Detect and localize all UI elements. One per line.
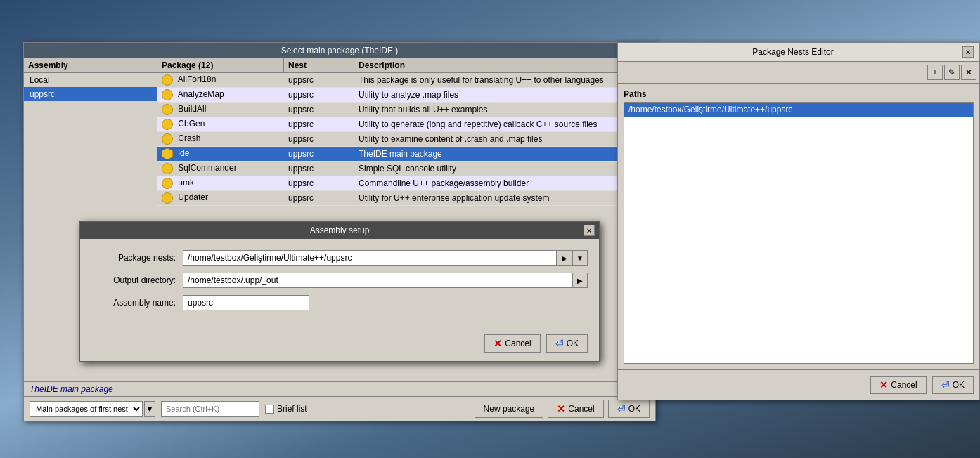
package-icon xyxy=(162,119,173,130)
assembly-dialog: Assembly setup ✕ Package nests: ▶ ▼ Outp… xyxy=(79,221,600,362)
ok-label: OK xyxy=(567,339,579,348)
ok-icon: ⏎ xyxy=(617,403,626,414)
nests-edit-button[interactable]: ✎ xyxy=(944,65,960,80)
package-icon-special xyxy=(162,148,173,159)
nests-editor-close-button[interactable]: ✕ xyxy=(962,46,974,58)
nests-content: Paths /home/testbox/Geliştirme/Ultimate+… xyxy=(618,84,979,369)
ok-icon: ⏎ xyxy=(555,338,564,349)
nests-ok-button[interactable]: ⏎ OK xyxy=(932,376,974,394)
nest-cell: uppsrc xyxy=(284,148,354,160)
desc-cell: Utility that builds all U++ examples xyxy=(354,103,655,116)
bottom-buttons: New package ✕ Cancel ⏎ OK xyxy=(475,400,650,418)
desc-cell: Utility to analyze .map files xyxy=(354,89,655,101)
table-row[interactable]: AnalyzeMap uppsrc Utility to analyze .ma… xyxy=(157,88,655,103)
bottom-bar: Main packages of first nest ▼ Brief list… xyxy=(24,396,655,421)
package-nests-input-container: ▶ ▼ xyxy=(183,250,588,266)
assembly-name-row: Assembly name: xyxy=(91,295,588,310)
dropdown-arrow-btn[interactable]: ▼ xyxy=(144,401,155,417)
package-nests-arrow-btn[interactable]: ▶ xyxy=(557,250,572,266)
nests-cancel-button[interactable]: ✕ Cancel xyxy=(870,376,926,394)
package-icon xyxy=(162,163,173,174)
col-header-desc[interactable]: Description xyxy=(354,58,655,72)
sidebar-item-local[interactable]: Local xyxy=(24,73,157,87)
cancel-label: Cancel xyxy=(505,339,531,348)
cancel-icon: ✕ xyxy=(879,379,888,391)
sidebar-header: Assembly xyxy=(24,58,157,73)
package-nests-label: Package nests: xyxy=(91,253,183,263)
package-icon xyxy=(162,89,173,100)
table-row[interactable]: SqlCommander uppsrc Simple SQL console u… xyxy=(157,162,655,176)
assembly-ok-button[interactable]: ⏎ OK xyxy=(546,334,588,353)
cancel-button[interactable]: ✕ Cancel xyxy=(548,400,603,418)
brief-list-checkbox[interactable] xyxy=(265,405,274,414)
package-icon xyxy=(162,74,173,86)
nest-cell: uppsrc xyxy=(284,192,354,204)
package-name-cell: AllForI18n xyxy=(157,73,284,87)
desc-cell: This package is only useful for translat… xyxy=(354,74,655,86)
assembly-name-input[interactable] xyxy=(183,295,309,310)
table-row[interactable]: umk uppsrc Commandline U++ package/assem… xyxy=(157,176,655,191)
ok-button[interactable]: ⏎ OK xyxy=(608,400,650,418)
table-row[interactable]: Updater uppsrc Utility for U++ enterpris… xyxy=(157,191,655,206)
ok-label: OK xyxy=(953,380,965,390)
paths-list: /home/testbox/Geliştirme/Ultimate++/upps… xyxy=(624,102,974,364)
output-dir-input-container: ▶ xyxy=(183,273,588,288)
nests-add-button[interactable]: + xyxy=(927,65,943,80)
col-header-package[interactable]: Package (12) xyxy=(157,58,284,72)
nests-editor-dialog: Package Nests Editor ✕ + ✎ ✕ Paths /home… xyxy=(617,42,980,400)
new-package-button[interactable]: New package xyxy=(475,400,544,418)
cancel-icon: ✕ xyxy=(557,403,565,414)
sidebar-item-uppsrc[interactable]: uppsrc xyxy=(24,87,157,101)
assembly-dialog-titlebar: Assembly setup ✕ xyxy=(80,222,599,239)
assembly-footer: ✕ Cancel ⏎ OK xyxy=(80,329,599,361)
package-name-cell: BuildAll xyxy=(157,103,284,117)
table-row[interactable]: AllForI18n uppsrc This package is only u… xyxy=(157,73,655,88)
package-nests-dropdown-btn[interactable]: ▼ xyxy=(572,250,588,266)
nests-close-tool-button[interactable]: ✕ xyxy=(961,65,976,80)
search-input[interactable] xyxy=(161,401,259,417)
nests-toolbar: + ✎ ✕ xyxy=(618,62,979,84)
nest-cell: uppsrc xyxy=(284,89,354,101)
path-item[interactable]: /home/testbox/Geliştirme/Ultimate++/upps… xyxy=(624,103,973,117)
package-name-cell: AnalyzeMap xyxy=(157,88,284,102)
brief-list-label: Brief list xyxy=(277,404,307,414)
package-icon xyxy=(162,104,173,115)
output-dir-label: Output directory: xyxy=(91,275,183,285)
assembly-close-button[interactable]: ✕ xyxy=(584,225,595,236)
table-row[interactable]: ide uppsrc TheIDE main package xyxy=(157,147,655,162)
desc-cell: Utility to examine content of .crash and… xyxy=(354,133,655,145)
filter-select[interactable]: Main packages of first nest xyxy=(30,401,143,417)
cancel-label: Cancel xyxy=(891,380,917,390)
package-name-cell: CbGen xyxy=(157,117,284,131)
package-name-cell: umk xyxy=(157,176,284,190)
output-dir-row: Output directory: ▶ xyxy=(91,273,588,288)
table-header: Package (12) Nest Description xyxy=(157,58,655,73)
nests-footer: ✕ Cancel ⏎ OK xyxy=(618,369,979,400)
package-name-cell: SqlCommander xyxy=(157,162,284,176)
cancel-icon: ✕ xyxy=(494,338,502,349)
col-header-nest[interactable]: Nest xyxy=(284,58,354,72)
desc-cell: Utility to generate (long and repetitive… xyxy=(354,118,655,131)
nest-cell: uppsrc xyxy=(284,162,354,175)
output-dir-arrow-btn[interactable]: ▶ xyxy=(572,273,588,288)
assembly-body: Package nests: ▶ ▼ Output directory: ▶ A… xyxy=(80,239,599,329)
assembly-name-label: Assembly name: xyxy=(91,298,183,308)
ok-label: OK xyxy=(628,404,640,414)
package-nests-input[interactable] xyxy=(183,250,557,266)
package-icon xyxy=(162,178,173,189)
table-row[interactable]: CbGen uppsrc Utility to generate (long a… xyxy=(157,117,655,132)
package-icon xyxy=(162,133,173,145)
nest-cell: uppsrc xyxy=(284,74,354,86)
table-row[interactable]: Crash uppsrc Utility to examine content … xyxy=(157,132,655,147)
assembly-cancel-button[interactable]: ✕ Cancel xyxy=(484,334,540,353)
package-icon xyxy=(162,192,173,204)
desc-cell: Simple SQL console utility xyxy=(354,162,655,175)
output-dir-input[interactable] xyxy=(183,273,572,288)
cancel-label: Cancel xyxy=(568,404,594,414)
paths-label: Paths xyxy=(624,89,974,99)
table-row[interactable]: BuildAll uppsrc Utility that builds all … xyxy=(157,103,655,117)
status-bar: TheIDE main package xyxy=(24,381,655,396)
nest-cell: uppsrc xyxy=(284,133,354,145)
ok-icon: ⏎ xyxy=(941,379,950,391)
package-nests-row: Package nests: ▶ ▼ xyxy=(91,250,588,266)
